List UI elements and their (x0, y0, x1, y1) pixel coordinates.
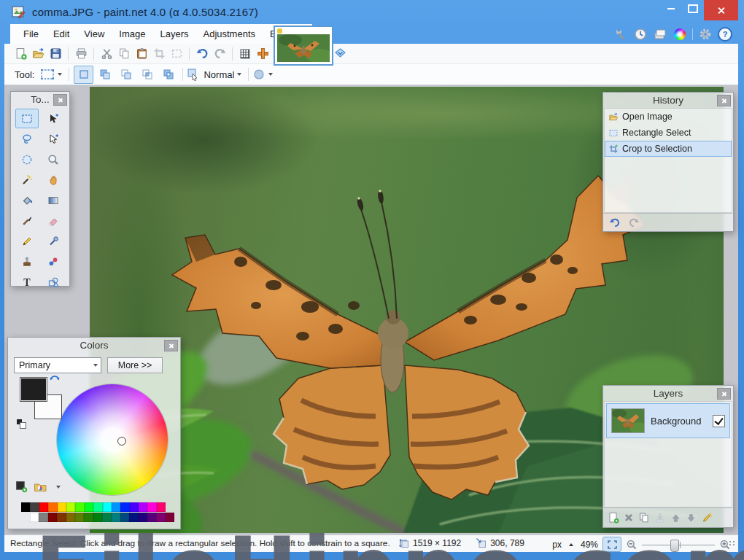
delete-layer-button[interactable] (624, 513, 634, 523)
selection-mode-replace-button[interactable] (74, 66, 93, 84)
undo-icon[interactable] (609, 217, 621, 228)
palette-swatch[interactable] (93, 513, 102, 522)
colors-panel-title[interactable]: Colors (8, 338, 180, 353)
tool-eraser[interactable] (42, 211, 65, 230)
palette-swatch[interactable] (130, 502, 139, 512)
palette-swatch[interactable] (75, 513, 84, 522)
image-list-dropdown[interactable] (335, 48, 346, 58)
menu-file[interactable]: File (16, 24, 46, 44)
selection-mode-intersect-button[interactable] (137, 66, 157, 84)
crop-button[interactable] (150, 45, 168, 63)
color-mode-select[interactable]: Primary (14, 357, 101, 373)
palette-swatch[interactable] (30, 502, 39, 512)
tool-paintbrush[interactable] (15, 211, 39, 230)
tool-clone-stamp[interactable] (15, 252, 39, 271)
palette-swatch[interactable] (85, 502, 93, 512)
add-color-to-palette-button[interactable] (15, 481, 28, 493)
palette-swatch[interactable] (66, 513, 75, 522)
palette-swatch[interactable] (112, 502, 120, 512)
redo-button[interactable] (211, 45, 228, 63)
palette-swatch[interactable] (139, 513, 147, 522)
palette-swatch[interactable] (112, 513, 120, 522)
palette-swatch[interactable] (147, 502, 156, 512)
close-icon[interactable] (717, 388, 731, 400)
history-item-open-image[interactable]: Open Image (605, 109, 732, 125)
zoom-slider[interactable] (642, 539, 715, 551)
maximize-button[interactable] (682, 0, 704, 18)
palette-dropdown-caret[interactable] (56, 486, 61, 489)
palette-swatch[interactable] (147, 513, 156, 522)
tool-rectangle-select[interactable] (15, 109, 39, 128)
palette-swatch[interactable] (75, 502, 84, 512)
tool-pan[interactable] (42, 170, 65, 190)
palette-swatch[interactable] (58, 502, 66, 512)
tool-color-picker[interactable] (42, 231, 65, 251)
reset-colors-icon[interactable] (17, 419, 26, 429)
open-file-button[interactable] (29, 45, 47, 63)
menu-edit[interactable]: Edit (46, 24, 77, 44)
palette-swatch[interactable] (129, 513, 138, 522)
undo-button[interactable] (193, 45, 211, 63)
layer-properties-button[interactable] (701, 512, 713, 524)
menu-view[interactable]: View (77, 24, 112, 44)
colors-toggle-button[interactable] (673, 27, 687, 42)
new-file-button[interactable] (12, 45, 29, 63)
redo-icon[interactable] (628, 217, 640, 228)
palette-swatch[interactable] (21, 502, 30, 512)
palette-swatch[interactable] (156, 513, 165, 522)
close-icon[interactable] (164, 340, 178, 351)
tools-toggle-button[interactable] (613, 27, 628, 42)
tool-paint-bucket[interactable] (15, 190, 39, 210)
menu-layers[interactable]: Layers (152, 24, 195, 44)
layers-toggle-button[interactable] (653, 27, 667, 42)
minimize-button[interactable] (660, 0, 682, 18)
history-item-rectangle-select[interactable]: Rectangle Select (605, 125, 732, 141)
move-layer-down-button[interactable] (686, 513, 697, 524)
unit-value[interactable]: px (552, 540, 562, 550)
copy-button[interactable] (115, 45, 133, 63)
palette-swatch[interactable] (157, 502, 166, 512)
tool-recolor[interactable] (42, 252, 65, 271)
blend-mode-value[interactable]: Normal (204, 69, 234, 80)
selection-mode-subtract-button[interactable] (116, 66, 136, 84)
palette-swatch[interactable] (103, 502, 112, 512)
history-toggle-button[interactable] (633, 27, 648, 42)
blend-mode-caret[interactable] (237, 73, 241, 76)
tools-panel-title[interactable]: To... (11, 92, 69, 107)
ruler-toggle-button[interactable] (254, 45, 271, 63)
unit-dropdown-caret[interactable] (569, 543, 573, 546)
palette-swatch[interactable] (139, 502, 147, 512)
palette-swatch[interactable] (93, 502, 102, 512)
tool-pencil[interactable] (15, 231, 39, 251)
move-layer-up-button[interactable] (670, 513, 681, 524)
palette-swatch[interactable] (39, 502, 48, 512)
tool-text[interactable]: T (15, 272, 39, 292)
palette-swatch[interactable] (39, 513, 47, 522)
palette-swatch[interactable] (120, 502, 129, 512)
color-wheel-marker[interactable] (117, 437, 126, 446)
tool-magic-wand[interactable] (15, 170, 39, 190)
palette-swatch[interactable] (30, 513, 39, 522)
antialias-icon[interactable] (252, 68, 266, 81)
tool-move-selected-pixels[interactable] (42, 109, 65, 128)
palette-swatch[interactable] (66, 502, 75, 512)
menu-image[interactable]: Image (112, 24, 152, 44)
palette-swatch[interactable] (102, 513, 111, 522)
more-button[interactable]: More >> (107, 357, 163, 373)
palette-swatch[interactable] (120, 513, 129, 522)
layer-visible-checkbox[interactable] (713, 415, 725, 427)
tool-lasso-select[interactable] (15, 129, 39, 149)
layer-row-background[interactable]: Background (606, 403, 730, 438)
deselect-button[interactable] (168, 45, 185, 63)
grid-toggle-button[interactable] (236, 45, 254, 63)
add-layer-button[interactable] (608, 512, 619, 524)
resize-grip[interactable] (729, 541, 735, 545)
history-item-crop-to-selection[interactable]: Crop to Selection (605, 141, 732, 157)
tool-shapes[interactable] (42, 272, 65, 292)
zoom-out-icon[interactable] (626, 539, 638, 551)
active-tool-icon[interactable] (40, 69, 55, 80)
palette-swatch[interactable] (57, 513, 66, 522)
zoom-to-window-button[interactable] (602, 537, 621, 552)
close-button[interactable] (704, 0, 738, 20)
image-tab-comma[interactable] (274, 26, 333, 66)
